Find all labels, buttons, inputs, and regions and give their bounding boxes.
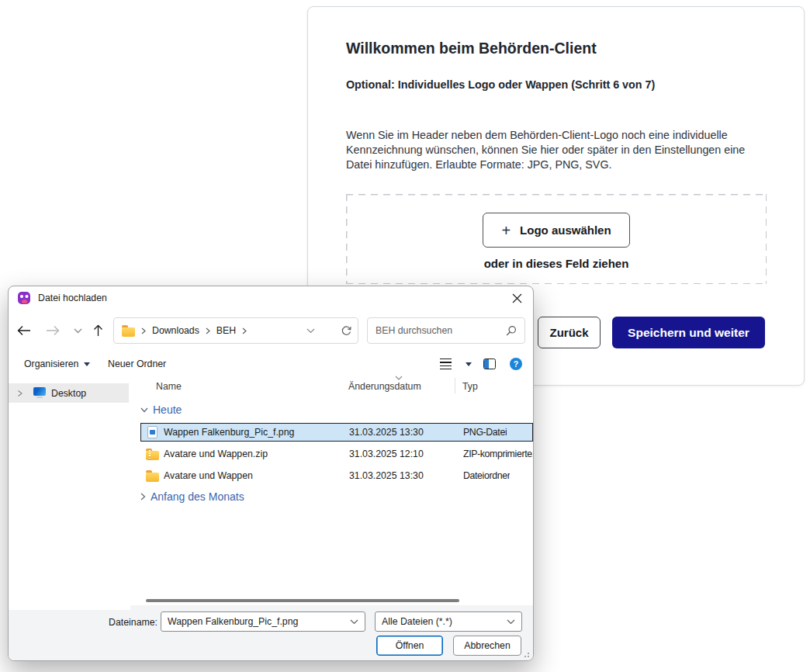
resize-grip-icon[interactable] — [523, 651, 529, 657]
column-header-type[interactable]: Typ — [462, 381, 478, 392]
choose-logo-label: Logo auswählen — [520, 223, 611, 237]
refresh-icon[interactable] — [341, 325, 352, 337]
nav-back-icon[interactable] — [16, 317, 33, 344]
breadcrumb-downloads[interactable]: Downloads — [152, 325, 199, 336]
organize-menu[interactable]: Organisieren — [24, 354, 90, 374]
zip-file-icon — [146, 449, 159, 460]
address-bar[interactable]: Downloads BEH — [113, 317, 358, 344]
save-next-button[interactable]: Speichern und weiter — [612, 317, 765, 348]
wizard-step-subtitle: Optional: Individuelles Logo oder Wappen… — [346, 78, 655, 91]
folder-icon — [146, 470, 159, 482]
png-file-icon — [146, 426, 159, 438]
desktop-icon — [33, 387, 46, 399]
expand-chevron-icon — [16, 390, 23, 397]
open-button[interactable]: Öffnen — [376, 636, 443, 656]
search-icon — [506, 325, 517, 336]
dialog-commandbar: Organisieren Neuer Ordner ? — [9, 354, 533, 374]
recent-locations-chevron-icon[interactable] — [69, 317, 86, 344]
group-header-today[interactable]: Heute — [140, 401, 182, 418]
choose-logo-button[interactable]: + Logo auswählen — [483, 213, 629, 248]
page-title: Willkommen beim Behörden-Client — [346, 40, 597, 57]
breadcrumb-chevron-icon — [140, 327, 147, 334]
preview-pane-icon[interactable] — [483, 354, 496, 374]
column-header-name[interactable]: Name — [156, 381, 182, 392]
chevron-down-icon — [350, 619, 358, 625]
column-header-date[interactable]: Änderungsdatum — [348, 381, 421, 392]
nav-forward-icon[interactable] — [44, 317, 61, 344]
view-details-icon[interactable] — [440, 354, 452, 374]
breadcrumb-chevron-icon — [205, 327, 211, 334]
search-input[interactable] — [376, 325, 506, 336]
address-dropdown-chevron-icon[interactable] — [306, 328, 315, 334]
filename-input[interactable]: Wappen Falkenburg_Pic_f.png — [161, 611, 365, 632]
breadcrumb-chevron-icon — [241, 327, 248, 334]
horizontal-scrollbar[interactable] — [146, 599, 459, 602]
expand-chevron-icon — [140, 493, 146, 501]
dialog-toolbar: Downloads BEH — [9, 317, 533, 344]
wizard-description: Wenn Sie im Header neben dem Behörden-Cl… — [346, 128, 761, 172]
nav-up-icon[interactable] — [89, 317, 106, 344]
view-options-chevron-icon[interactable] — [466, 354, 472, 374]
breadcrumb-beh[interactable]: BEH — [216, 325, 236, 336]
file-row[interactable]: Avatare und Wappen.zip 31.03.2025 12:10 … — [140, 445, 533, 463]
app-icon — [18, 292, 30, 304]
close-icon[interactable] — [508, 289, 525, 307]
chevron-down-icon — [507, 619, 515, 625]
logo-dropzone[interactable]: + Logo auswählen oder in dieses Feld zie… — [346, 194, 767, 284]
search-box — [367, 317, 525, 344]
collapse-chevron-icon — [140, 407, 148, 413]
filetype-select[interactable]: Alle Dateien (*.*) — [375, 611, 522, 632]
file-row-selected[interactable]: Wappen Falkenburg_Pic_f.png 31.03.2025 1… — [140, 423, 533, 442]
back-button[interactable]: Zurück — [538, 317, 601, 348]
sidebar-item-desktop[interactable]: Desktop — [9, 383, 129, 403]
new-folder-button[interactable]: Neuer Ordner — [108, 354, 166, 374]
group-header-month-start[interactable]: Anfang des Monats — [140, 488, 244, 505]
chevron-down-icon — [84, 362, 90, 366]
folder-icon — [122, 327, 135, 337]
plus-icon: + — [501, 225, 511, 236]
sidebar — [9, 372, 130, 610]
dialog-title: Datei hochladen — [38, 286, 107, 310]
dialog-titlebar[interactable]: Datei hochladen — [9, 286, 533, 310]
cancel-button[interactable]: Abbrechen — [453, 636, 521, 656]
drop-hint: oder in dieses Feld ziehen — [346, 257, 767, 270]
sort-chevron-icon — [395, 376, 403, 380]
help-icon[interactable]: ? — [510, 354, 522, 374]
filename-label: Dateiname: — [94, 612, 158, 632]
file-upload-dialog: Datei hochladen Downloads BEH — [8, 286, 534, 661]
folder-row[interactable]: Avatare und Wappen 31.03.2025 13:30 Date… — [140, 466, 533, 485]
